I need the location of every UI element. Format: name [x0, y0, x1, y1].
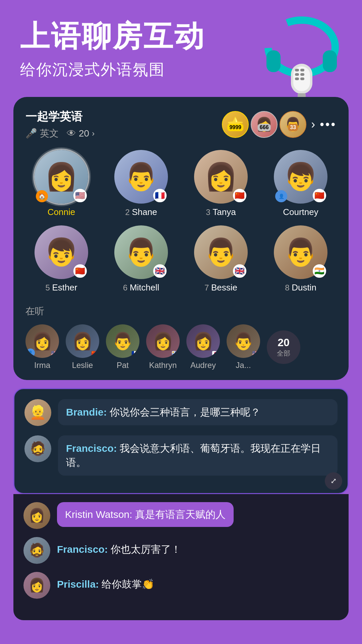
top-score-1: 9999 [227, 124, 243, 131]
top-avatar-3[interactable]: 👨 33 [280, 111, 306, 138]
listener-count-button[interactable]: 20全部 [267, 330, 300, 364]
below-sender-name: Kristin Watson: [65, 509, 135, 520]
chat-bubble-francisco: Francisco: 我会说意大利语、葡萄牙语。我现在正在学日语。 [58, 435, 338, 476]
top-score-3: 33 [288, 124, 298, 131]
chat-message-francisco: 🧔Francisco: 我会说意大利语、葡萄牙语。我现在正在学日语。 [24, 435, 338, 476]
room-title: 一起学英语 [25, 109, 95, 124]
viewer-chevron-icon: › [92, 129, 95, 138]
hero-section: 上语聊房互动 给你沉浸式外语氛围 [0, 0, 362, 90]
speaker-name-courtney: Courtney [283, 207, 318, 217]
below-message-2: 👩Priscilla: 给你鼓掌👏 [23, 572, 339, 599]
chat-avatar-brandie: 👱 [24, 399, 51, 426]
chat-avatar-francisco: 🧔 [24, 435, 51, 462]
below-message-1: 🧔Francisco: 你也太厉害了！ [23, 537, 339, 564]
speaker-flag-courtney: 🇨🇳 [313, 189, 326, 202]
below-sender-name: Francisco: [57, 544, 111, 555]
room-language: 🎤 英文 [25, 127, 59, 140]
listener-avatar-ja...: 👨🇺🇸 [227, 324, 260, 358]
listener-all-label: 全部 [277, 349, 290, 358]
top-avatars: ⭐ 9999 👩 666 👨 33 › ••• [222, 111, 337, 138]
speaker-item-tanya[interactable]: 👩🇨🇳3 Tanya [185, 150, 257, 217]
listener-flag-leslie: 🇨🇳 [91, 350, 99, 357]
speaker-name-bessie: 7 Bessie [204, 282, 237, 293]
svg-rect-7 [295, 69, 299, 71]
listener-total-count: 20 [278, 336, 290, 349]
speaker-name-mitchell: 6 Mitchell [123, 282, 159, 293]
more-chevron-icon[interactable]: › [311, 117, 315, 131]
listener-item-ja...[interactable]: 👨🇺🇸Ja... [227, 324, 260, 370]
listener-item-kathryn[interactable]: 👩🇺🇾Kathryn [146, 324, 180, 370]
eye-icon: 👁 [67, 128, 76, 139]
speaker-flag-shane: 🇫🇷 [153, 189, 167, 202]
mic-icon: 🎤 [25, 128, 37, 139]
listener-avatar-leslie: 👩🇨🇳 [66, 324, 99, 358]
speaker-item-bessie[interactable]: 👨🇬🇧7 Bessie [185, 225, 257, 293]
listener-item-leslie[interactable]: 👩🇨🇳Leslie [66, 324, 99, 370]
svg-rect-9 [295, 73, 299, 76]
below-bubble-0: Kristin Watson: 真是有语言天赋的人 [57, 502, 234, 527]
top-avatar-2[interactable]: 👩 666 [251, 111, 278, 138]
room-title-area: 一起学英语 🎤 英文 👁 20 › [25, 109, 95, 140]
chat-messages: 👱Brandie: 你说你会三种语言，是哪三种呢？🧔Francisco: 我会说… [14, 389, 348, 493]
svg-rect-10 [300, 73, 304, 76]
listener-name-kathryn: Kathryn [149, 361, 177, 370]
listener-item-irma[interactable]: 👩🇺🇸👤Irma [25, 324, 59, 370]
speaker-name-shane: 2 Shane [125, 207, 157, 217]
listener-item-pat[interactable]: 👨🇫🇷Pat [106, 324, 139, 370]
listener-avatar-audrey: 👩🇯🇵 [186, 324, 220, 358]
listener-name-leslie: Leslie [72, 361, 93, 370]
speaker-name-connie: Connie [48, 207, 75, 217]
speaker-flag-mitchell: 🇬🇧 [153, 264, 167, 278]
speaker-flag-dustin: 🇮🇳 [313, 264, 326, 278]
speaker-name-tanya: 3 Tanya [206, 207, 236, 217]
listener-flag-irma: 🇺🇸 [51, 350, 58, 357]
top-score-2: 666 [258, 124, 271, 131]
room-viewers[interactable]: 👁 20 › [67, 128, 95, 139]
listener-avatar-pat: 👨🇫🇷 [106, 324, 139, 358]
listener-name-irma: Irma [34, 361, 50, 370]
listener-avatar-kathryn: 👩🇺🇾 [146, 324, 180, 358]
below-bubble-plain-2: Priscilla: 给你鼓掌👏 [57, 572, 154, 597]
listener-name-pat: Pat [117, 361, 129, 370]
listener-flag-kathryn: 🇺🇾 [172, 350, 179, 357]
room-meta: 🎤 英文 👁 20 › [25, 127, 95, 140]
chat-sender-name: Brandie: [66, 407, 110, 418]
svg-rect-11 [295, 77, 299, 80]
chat-expand-button[interactable]: ⤢ [325, 472, 342, 490]
chat-sender-name: Francisco: [66, 443, 120, 454]
user-badge-icon: 👤 [275, 190, 287, 202]
listener-item-audrey[interactable]: 👩🇯🇵Audrey [186, 324, 220, 370]
main-card: 一起学英语 🎤 英文 👁 20 › ⭐ 9999 [13, 97, 349, 380]
below-avatar-1: 🧔 [23, 537, 50, 564]
speaker-item-dustin[interactable]: 👨🇮🇳8 Dustin [265, 225, 337, 293]
speaker-name-esther: 5 Esther [45, 282, 77, 293]
speaker-item-connie[interactable]: 👩🇺🇸🏠Connie [25, 150, 97, 217]
host-badge-icon: 🏠 [36, 190, 48, 202]
room-header: 一起学英语 🎤 英文 👁 20 › ⭐ 9999 [25, 109, 337, 140]
svg-rect-12 [300, 77, 304, 80]
speaker-flag-tanya: 🇨🇳 [233, 189, 246, 202]
speaker-flag-connie: 🇺🇸 [73, 189, 87, 202]
speaker-item-shane[interactable]: 👨🇫🇷2 Shane [105, 150, 177, 217]
listener-avatar-irma: 👩🇺🇸👤 [25, 324, 59, 358]
chat-container: 👱Brandie: 你说你会三种语言，是哪三种呢？🧔Francisco: 我会说… [13, 388, 349, 494]
listener-name-audrey: Audrey [190, 361, 216, 370]
chat-bubble-brandie: Brandie: 你说你会三种语言，是哪三种呢？ [58, 399, 338, 425]
menu-dots-icon[interactable]: ••• [320, 117, 337, 131]
chat-message-brandie: 👱Brandie: 你说你会三种语言，是哪三种呢？ [24, 399, 338, 426]
listeners-section: 在听 👩🇺🇸👤Irma👩🇨🇳Leslie👨🇫🇷Pat👩🇺🇾Kathryn👩🇯🇵A… [25, 305, 337, 370]
speaker-item-esther[interactable]: 👦🇨🇳5 Esther [25, 225, 97, 293]
svg-rect-4 [323, 50, 337, 72]
top-avatar-1[interactable]: ⭐ 9999 [222, 111, 249, 138]
listener-flag-audrey: 🇯🇵 [212, 350, 219, 357]
below-message-0: 👩Kristin Watson: 真是有语言天赋的人 [23, 502, 339, 529]
listener-flag-pat: 🇫🇷 [131, 350, 139, 357]
speaker-name-dustin: 8 Dustin [285, 282, 316, 293]
below-chat: 👩Kristin Watson: 真是有语言天赋的人🧔Francisco: 你也… [13, 494, 349, 620]
speaker-item-courtney[interactable]: 👦🇨🇳👤Courtney [265, 150, 337, 217]
svg-rect-8 [300, 69, 304, 71]
speaker-item-mitchell[interactable]: 👨🇬🇧6 Mitchell [105, 225, 177, 293]
below-avatar-0: 👩 [23, 502, 50, 529]
speakers-grid: 👩🇺🇸🏠Connie👨🇫🇷2 Shane👩🇨🇳3 Tanya👦🇨🇳👤Courtn… [25, 150, 337, 293]
speaker-flag-bessie: 🇬🇧 [233, 264, 246, 278]
